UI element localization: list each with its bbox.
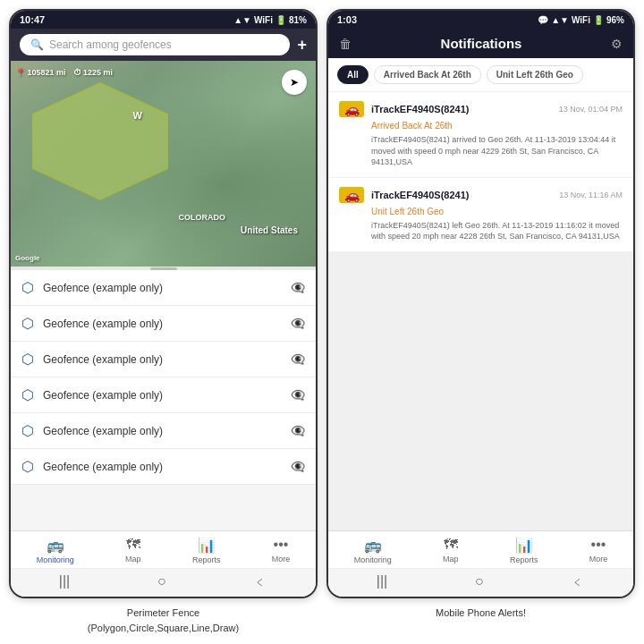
geofence-icon-1: ⬡ xyxy=(21,279,34,296)
right-home-button[interactable]: ○ xyxy=(475,573,484,592)
nav-monitoring[interactable]: 🚌 Monitoring xyxy=(37,537,74,564)
eye-icon-1[interactable]: 👁‍🗨 xyxy=(291,281,305,294)
list-item[interactable]: ⬡ Geofence (example only) 👁‍🗨 xyxy=(11,306,316,342)
right-nav-monitoring[interactable]: 🚌 Monitoring xyxy=(354,537,392,564)
notif-time-1: 13 Nov, 01:04 PM xyxy=(559,105,623,114)
settings-button[interactable]: ⚙ xyxy=(611,37,623,51)
device-name-1: iTrackEF4940S(8241) xyxy=(371,104,552,114)
notification-card-1[interactable]: 🚗 iTrackEF4940S(8241) 13 Nov, 01:04 PM A… xyxy=(328,92,633,177)
page-title: Notifications xyxy=(360,36,602,51)
nav-more[interactable]: ••• More xyxy=(272,537,291,564)
right-caption: Mobile Phone Alerts! xyxy=(326,606,635,635)
list-item[interactable]: ⬡ Geofence (example only) 👁‍🗨 xyxy=(11,449,316,485)
notif-status-2: Unit Left 26th Geo xyxy=(371,207,623,216)
wifi-icon: WiFi xyxy=(254,15,273,25)
map-w-label: W xyxy=(132,110,141,121)
right-nav-map-label: Map xyxy=(443,555,459,564)
svg-marker-0 xyxy=(33,83,167,199)
right-nav-reports-label: Reports xyxy=(510,555,538,564)
list-item[interactable]: ⬡ Geofence (example only) 👁‍🗨 xyxy=(11,413,316,449)
compass-button[interactable]: ➤ xyxy=(282,70,307,95)
list-item[interactable]: ⬡ Geofence (example only) 👁‍🗨 xyxy=(11,377,316,413)
captions-row: Perimeter Fence(Polygon,Circle,Square,Li… xyxy=(0,598,644,644)
add-geofence-button[interactable]: + xyxy=(297,36,307,55)
battery-level: 96% xyxy=(606,15,624,25)
geofence-label-1: Geofence (example only) xyxy=(43,282,282,294)
geofence-icon-4: ⬡ xyxy=(21,386,34,403)
list-item[interactable]: ⬡ Geofence (example only) 👁‍🗨 xyxy=(11,342,316,377)
more-icon: ••• xyxy=(274,537,289,553)
search-icon: 🔍 xyxy=(30,38,44,51)
left-status-bar: 10:47 ▲▼ WiFi 🔋 81% xyxy=(11,11,316,29)
eye-icon-2[interactable]: 👁‍🗨 xyxy=(291,317,305,330)
google-logo: Google xyxy=(15,254,40,262)
geofence-label-3: Geofence (example only) xyxy=(43,353,282,366)
geofence-label-2: Geofence (example only) xyxy=(43,318,282,330)
nav-monitoring-label: Monitoring xyxy=(37,555,74,564)
nav-reports[interactable]: 📊 Reports xyxy=(192,537,221,564)
notif-body-2: iTrackEF4940S(8241) left Geo 26th. At 11… xyxy=(371,220,623,242)
filter-all[interactable]: All xyxy=(337,65,369,84)
left-caption: Perimeter Fence(Polygon,Circle,Square,Li… xyxy=(9,606,318,635)
bottom-nav: 🚌 Monitoring 🗺 Map 📊 Reports ••• More xyxy=(11,530,316,568)
signal-icon: ▲▼ xyxy=(551,15,569,25)
geofence-icon-3: ⬡ xyxy=(21,351,34,368)
geofence-icon-6: ⬡ xyxy=(21,458,34,475)
map-stats: 📍 105821 mi ⏱ 1225 mi xyxy=(15,68,113,77)
right-phone: 1:03 💬 ▲▼ WiFi 🔋 96% 🗑 Notifications ⚙ A… xyxy=(326,9,635,598)
notifications-header: 🗑 Notifications ⚙ xyxy=(328,29,633,58)
map-area[interactable]: 📍 105821 mi ⏱ 1225 mi W United States CO… xyxy=(11,61,316,267)
filter-arrived[interactable]: Arrived Back At 26th xyxy=(374,65,481,84)
notif-header-row-2: 🚗 iTrackEF4940S(8241) 13 Nov, 11:16 AM xyxy=(339,187,623,203)
map-us-label: United States xyxy=(241,225,298,235)
recent-apps-button[interactable]: ||| xyxy=(59,573,70,592)
notification-list: 🚗 iTrackEF4940S(8241) 13 Nov, 01:04 PM A… xyxy=(328,92,633,530)
eye-icon-4[interactable]: 👁‍🗨 xyxy=(291,388,305,402)
right-nav-more[interactable]: ••• More xyxy=(589,537,608,564)
geofence-label-4: Geofence (example only) xyxy=(43,389,282,402)
back-button[interactable]: ﹤ xyxy=(253,573,267,592)
left-status-icons: ▲▼ WiFi 🔋 81% xyxy=(233,15,307,25)
search-placeholder: Search among geofences xyxy=(49,38,172,51)
filter-bar: All Arrived Back At 26th Unit Left 26th … xyxy=(328,58,633,92)
geofence-list: ⬡ Geofence (example only) 👁‍🗨 ⬡ Geofence… xyxy=(11,270,316,530)
reports-icon: 📊 xyxy=(198,537,216,554)
geofence-polygon xyxy=(29,79,172,204)
eye-icon-3[interactable]: 👁‍🗨 xyxy=(291,352,305,366)
left-time: 10:47 xyxy=(20,14,45,25)
trash-button[interactable]: 🗑 xyxy=(339,37,352,51)
battery-level: 81% xyxy=(289,15,307,25)
right-nav-reports[interactable]: 📊 Reports xyxy=(510,537,538,564)
home-button[interactable]: ○ xyxy=(157,573,166,592)
nav-map[interactable]: 🗺 Map xyxy=(125,537,141,564)
right-system-bar: ||| ○ ﹤ xyxy=(328,568,633,597)
right-nav-map[interactable]: 🗺 Map xyxy=(443,537,459,564)
list-item[interactable]: ⬡ Geofence (example only) 👁‍🗨 xyxy=(11,270,316,306)
map-stat2: ⏱ 1225 mi xyxy=(73,68,114,77)
right-nav-monitoring-label: Monitoring xyxy=(354,555,392,564)
eye-icon-6[interactable]: 👁‍🗨 xyxy=(291,460,305,473)
left-system-bar: ||| ○ ﹤ xyxy=(11,568,316,597)
right-back-button[interactable]: ﹤ xyxy=(571,573,585,592)
battery-icon: 🔋 xyxy=(275,15,286,25)
search-bar: 🔍 Search among geofences + xyxy=(11,29,316,61)
right-more-icon: ••• xyxy=(591,537,606,553)
notification-card-2[interactable]: 🚗 iTrackEF4940S(8241) 13 Nov, 11:16 AM U… xyxy=(328,178,633,251)
filter-left[interactable]: Unit Left 26th Geo xyxy=(487,65,583,84)
geofence-icon-2: ⬡ xyxy=(21,315,34,332)
map-stat1: 📍 105821 mi xyxy=(15,68,66,77)
eye-icon-5[interactable]: 👁‍🗨 xyxy=(291,424,305,437)
monitoring-icon: 🚌 xyxy=(47,537,64,554)
geofence-icon-5: ⬡ xyxy=(21,422,34,439)
right-recent-apps-button[interactable]: ||| xyxy=(377,573,387,592)
nav-more-label: More xyxy=(272,555,291,564)
right-nav-more-label: More xyxy=(589,555,608,564)
search-input[interactable]: 🔍 Search among geofences xyxy=(20,34,290,55)
nav-map-label: Map xyxy=(125,555,141,564)
notif-header-row-1: 🚗 iTrackEF4940S(8241) 13 Nov, 01:04 PM xyxy=(339,101,623,117)
right-monitoring-icon: 🚌 xyxy=(364,537,382,554)
right-status-bar: 1:03 💬 ▲▼ WiFi 🔋 96% xyxy=(328,11,633,29)
right-time: 1:03 xyxy=(337,14,357,25)
right-reports-icon: 📊 xyxy=(515,537,533,554)
map-icon: 🗺 xyxy=(126,537,140,553)
